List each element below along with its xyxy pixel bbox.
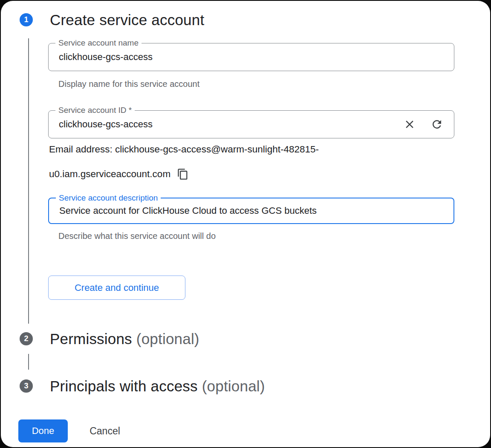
- done-button[interactable]: Done: [18, 419, 68, 442]
- copy-email-button[interactable]: [177, 168, 189, 181]
- email-line-2: u0.iam.gserviceaccount.com: [49, 169, 170, 179]
- step-3-number: 3: [24, 382, 28, 391]
- step-3-optional-text: (optional): [202, 378, 265, 394]
- create-and-continue-label: Create and continue: [75, 282, 159, 293]
- service-account-description-input[interactable]: [49, 198, 453, 223]
- step-2-title: Permissions(optional): [50, 329, 199, 349]
- step-connector: [28, 354, 29, 370]
- email-line-1: Email address: clickhouse-gcs-access@war…: [49, 144, 319, 155]
- step-3-title: Principals with access(optional): [50, 376, 265, 396]
- cancel-label: Cancel: [90, 425, 120, 437]
- create-and-continue-button[interactable]: Create and continue: [48, 276, 185, 300]
- step-1-title: Create service account: [50, 10, 204, 30]
- step-1-number: 1: [24, 15, 28, 24]
- service-account-description-field: Service account description: [48, 198, 454, 224]
- service-account-description-helper: Describe what this service account will …: [58, 231, 216, 241]
- step-3-title-text: Principals with access: [50, 378, 198, 394]
- create-service-account-panel: 1 Create service account Service account…: [1, 1, 490, 447]
- regenerate-id-button[interactable]: [430, 117, 444, 132]
- step-2-number: 2: [24, 334, 28, 343]
- close-icon: [403, 118, 416, 131]
- done-label: Done: [32, 425, 55, 437]
- step-2-optional-text: (optional): [136, 330, 199, 347]
- id-field-actions: [402, 111, 451, 138]
- step-1-indicator: 1: [20, 13, 33, 26]
- refresh-icon: [430, 118, 443, 131]
- step-2-indicator: 2: [20, 332, 33, 345]
- service-account-name-input[interactable]: [49, 43, 454, 71]
- copy-icon: [177, 168, 189, 180]
- clear-id-button[interactable]: [402, 117, 417, 132]
- service-account-email-text: Email address: clickhouse-gcs-access@war…: [49, 137, 424, 187]
- step-connector: [28, 38, 29, 324]
- cancel-button[interactable]: Cancel: [80, 419, 130, 442]
- step-2-title-text: Permissions: [50, 330, 132, 347]
- step-1-title-text: Create service account: [50, 11, 204, 28]
- service-account-name-helper: Display name for this service account: [58, 79, 199, 89]
- service-account-name-field: Service account name: [48, 43, 454, 71]
- service-account-id-field: Service account ID *: [48, 110, 454, 138]
- step-3-indicator: 3: [20, 379, 33, 393]
- service-account-id-input[interactable]: [49, 111, 454, 138]
